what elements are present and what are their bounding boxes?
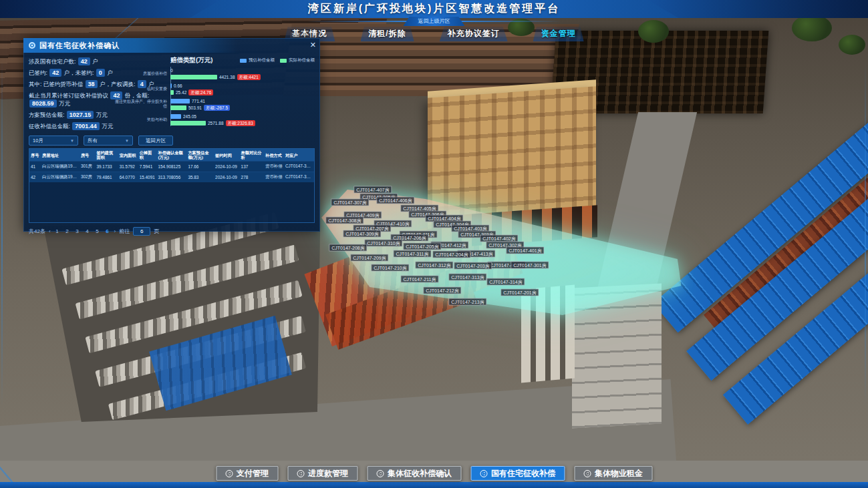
stat-label: 户 (91, 58, 98, 65)
chevron-down-icon: ▼ (125, 139, 129, 143)
building-label[interactable]: CJT0147-309房 (343, 230, 381, 238)
page-number-6[interactable]: 6 (104, 228, 111, 234)
chart-bar-value: 245.05 (183, 114, 196, 119)
column-header: 方案预估金额(万元) (186, 149, 214, 162)
table-row[interactable]: 41白云区瑞德路194号301房39.173331.57927.5941154.… (29, 162, 314, 172)
tab-2[interactable]: 清租/拆除 (360, 27, 414, 41)
type-select[interactable]: 所有▼ (84, 136, 133, 146)
table-container: 序号房屋地址房号签约建筑面积室内面积公摊面积补偿确认金额(万元)方案预估金额(万… (29, 148, 315, 223)
building-label[interactable]: CJT0147-209房 (350, 254, 388, 262)
stat-label: 万元 (100, 123, 113, 130)
table-cell: 137 (240, 162, 264, 172)
chart-bars: 0.6625.42差额:24.76 (170, 82, 315, 95)
table-cell: 278 (240, 172, 264, 183)
building-label[interactable]: CJT0147-307房 (331, 199, 369, 206)
building-label[interactable]: CJT0147-406房 (376, 197, 414, 204)
legend-label: 预估补偿金额 (249, 57, 275, 63)
table-cell: 64.0770 (118, 172, 138, 183)
bottom-button-5[interactable]: 集体物业租金 (574, 466, 652, 481)
stat-value: 38 (86, 80, 98, 88)
building-label[interactable]: CJT0147-212房 (423, 287, 461, 294)
chart-row: 奖励与补助245.052571.88差额:2326.83 (172, 113, 315, 126)
crosshair-circle-icon (583, 470, 591, 477)
stat-value: 0 (96, 69, 105, 77)
building-label[interactable]: CJT0147-313房 (448, 274, 486, 281)
bottom-button-label: 进度款管理 (308, 468, 348, 479)
bottom-button-2[interactable]: 进度款管理 (287, 466, 357, 481)
page-number-5[interactable]: 5 (94, 228, 101, 234)
building-label[interactable]: CJT0147-311房 (394, 250, 432, 258)
compensation-table: 序号房屋地址房号签约建筑面积室内面积公摊面积补偿确认金额(万元)方案预估金额(万… (29, 149, 314, 182)
table-cell: 白云区瑞德路194号 (41, 162, 80, 172)
building-label[interactable]: CJT0147-314房 (486, 278, 525, 286)
bottom-button-3[interactable]: 集体征收补偿确认 (367, 466, 461, 481)
building-label[interactable]: CJT0147-310房 (364, 240, 402, 247)
app-root: CJT0147-407房CJT0147-305房CJT0147-406房CJT0… (0, 0, 868, 488)
building-label[interactable]: CJT0147-407房 (353, 186, 392, 194)
stat-label: 万元 (94, 111, 107, 118)
pagination-total: 共42条 (29, 228, 45, 235)
chart-bar-value: 503.91 (188, 105, 202, 110)
page-number-3[interactable]: 3 (74, 228, 81, 234)
building-label[interactable]: CJT0147-211房 (401, 276, 439, 283)
chart-bar[interactable] (170, 105, 186, 110)
building-label[interactable]: CJT0147-203房 (454, 262, 492, 270)
chart-bar[interactable] (170, 121, 206, 126)
stat-line-6: 征收补偿总金额: 7001.44 万元 (29, 122, 168, 130)
diff-badge: 差额:4421 (237, 74, 261, 80)
building-label[interactable]: CJT0147-210房 (371, 264, 409, 272)
bottom-button-4[interactable]: 国有住宅征收补偿 (470, 466, 565, 481)
chart-bar[interactable] (170, 114, 181, 119)
compensation-chart: 赔偿类型(万元) 预估补偿金额实际补偿金额 房屋价值补偿04421.38差额:4… (168, 56, 315, 134)
tab-4[interactable]: 资金管理 (533, 27, 584, 41)
prev-page-icon[interactable]: ‹ (49, 228, 51, 234)
chart-bar-line: 0.66 (170, 82, 315, 89)
page-number-4[interactable]: 4 (84, 228, 91, 234)
compensation-panel: 国有住宅征收补偿确认 ✕ 涉及国有住宅户数: 42 户已签约: 42 户，未签约… (23, 38, 320, 232)
chart-bar-line: 771.41 (170, 97, 315, 104)
table-cell: CJT0147-302房 (284, 172, 314, 183)
building-label[interactable]: CJT0147-208房 (329, 244, 367, 252)
building-label[interactable]: CJT0147-213房 (448, 298, 486, 306)
stat-label: 方案预估金额: (29, 111, 66, 118)
chart-category-label: 房屋价值补偿 (113, 71, 170, 76)
crosshair-circle-icon (225, 470, 233, 477)
page-number-2[interactable]: 2 (64, 228, 71, 234)
chart-bar[interactable] (170, 90, 174, 95)
stat-label: 万元 (57, 100, 70, 107)
chart-title: 赔偿类型(万元) (170, 56, 212, 65)
column-header: 公摊面积 (138, 149, 157, 162)
tab-3[interactable]: 补充协议签订 (440, 27, 508, 41)
close-icon[interactable]: ✕ (310, 41, 316, 49)
diff-badge: 差额:24.76 (188, 89, 213, 95)
crosshair-circle-icon (297, 470, 304, 477)
crosshair-circle-icon (376, 470, 384, 477)
column-header: 差额对比分析 (240, 149, 264, 162)
stat-label: 涉及国有住宅户数: (29, 58, 78, 65)
table-row[interactable]: 42白云区瑞德路194号302房79.486164.077015.4091313… (29, 172, 314, 183)
next-page-icon[interactable]: › (114, 228, 116, 234)
building-label[interactable]: CJT0147-401房 (506, 247, 544, 254)
building-label[interactable]: CJT0147-204房 (432, 251, 470, 258)
goto-page-input[interactable] (133, 227, 150, 236)
table-cell: 79.4861 (95, 172, 118, 183)
building-label[interactable]: CJT0147-308房 (325, 217, 364, 224)
chart-bar[interactable] (170, 83, 172, 88)
building-label[interactable]: CJT0147-312房 (415, 262, 453, 269)
building-label[interactable]: CJT0147-201房 (500, 289, 539, 296)
building-label[interactable]: CJT0147-205房 (403, 243, 441, 250)
table-cell: CJT0147-301房 (284, 162, 314, 172)
goto-label: 前往 (119, 228, 130, 235)
legend-swatch (280, 59, 287, 63)
chart-bar[interactable] (170, 99, 190, 103)
building-label[interactable]: CJT0147-301房 (511, 262, 549, 269)
bottom-button-1[interactable]: 支付管理 (216, 466, 278, 481)
stat-value: 1027.15 (67, 111, 94, 119)
return-area-button[interactable]: 返回片区 (138, 136, 173, 146)
chart-category-label: 临时安置费 (113, 87, 170, 91)
month-select[interactable]: 10月▼ (29, 136, 78, 146)
page-number-1[interactable]: 1 (54, 228, 61, 234)
table-cell: 313.708056 (156, 172, 186, 183)
back-to-parent-button[interactable]: 返回上级片区 (404, 17, 465, 26)
chart-bar[interactable] (170, 75, 217, 79)
